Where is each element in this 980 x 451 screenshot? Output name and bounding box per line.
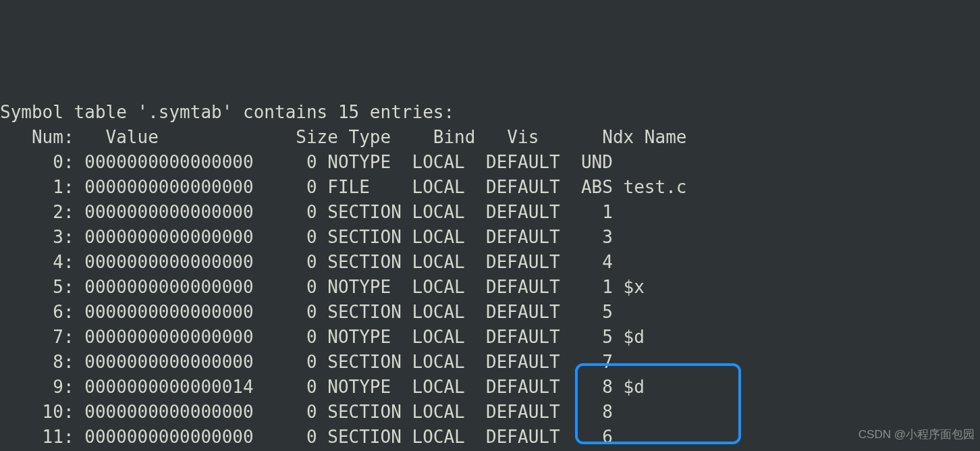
symtab-title: Symbol table '.symtab' contains 15 entri… bbox=[0, 102, 454, 122]
watermark-text: CSDN @小程序面包园 bbox=[859, 422, 975, 447]
rows-container: 0: 0000000000000000 0 NOTYPE LOCAL DEFAU… bbox=[0, 152, 686, 451]
header-row: Num: Value Size Type Bind Vis Ndx Name bbox=[0, 127, 686, 147]
terminal-output: Symbol table '.symtab' contains 15 entri… bbox=[0, 100, 980, 451]
